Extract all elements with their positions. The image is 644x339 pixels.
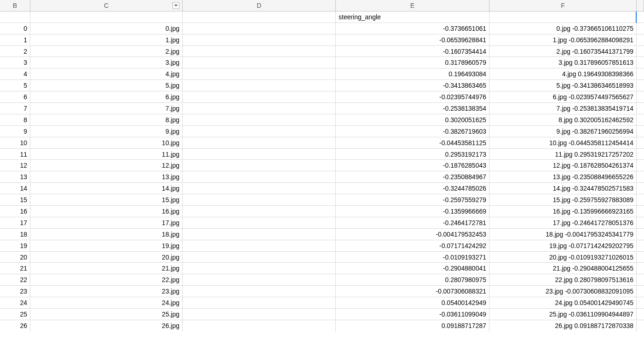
cell-F[interactable]: 9.jpg -0.382671960256994 — [489, 126, 637, 137]
cell-F[interactable]: 0.jpg -0.373665106110275 — [489, 23, 637, 34]
cell-C[interactable]: 25.jpg — [30, 309, 183, 320]
cell-D[interactable] — [183, 309, 336, 320]
cell-D[interactable] — [183, 274, 336, 286]
cell-B[interactable]: 13 — [0, 171, 30, 183]
cell-D[interactable] — [183, 263, 336, 274]
cell-E[interactable]: -0.3413863465 — [336, 80, 489, 91]
cell-E[interactable]: -0.2904880041 — [336, 263, 489, 274]
cell-E[interactable]: -0.2597559279 — [336, 194, 489, 206]
cell-E[interactable]: steering_angle — [336, 11, 489, 23]
cell-C[interactable]: 13.jpg — [30, 171, 183, 183]
cell-E[interactable]: -0.1607354414 — [336, 46, 489, 57]
cell-E[interactable]: -0.2538138354 — [336, 103, 489, 114]
cell-D[interactable] — [183, 194, 336, 206]
cell-F[interactable]: 26.jpg 0.091887172870338 — [489, 320, 637, 332]
cell-B[interactable] — [0, 11, 30, 23]
column-header-E[interactable]: E — [336, 0, 489, 11]
column-header-F[interactable]: F — [489, 0, 637, 11]
cell-D[interactable] — [183, 149, 336, 160]
cell-B[interactable]: 22 — [0, 274, 30, 286]
cell-F[interactable]: 20.jpg -0.0109193271026015 — [489, 252, 637, 263]
cell-E[interactable]: 0.196493084 — [336, 68, 489, 80]
cell-F[interactable]: 12.jpg -0.187628504261374 — [489, 160, 637, 171]
cell-F[interactable]: 13.jpg -0.235088496655226 — [489, 171, 637, 183]
column-header-B[interactable]: B — [0, 0, 30, 11]
cell-E[interactable]: -0.04453581125 — [336, 137, 489, 149]
cell-F[interactable]: 8.jpg 0.302005162462592 — [489, 114, 637, 126]
cell-B[interactable]: 0 — [0, 23, 30, 34]
cell-F[interactable]: 19.jpg -0.0717142429202795 — [489, 240, 637, 252]
cell-B[interactable]: 21 — [0, 263, 30, 274]
cell-C[interactable]: 20.jpg — [30, 252, 183, 263]
cell-D[interactable] — [183, 171, 336, 183]
cell-C[interactable]: 6.jpg — [30, 91, 183, 103]
cell-C[interactable]: 14.jpg — [30, 183, 183, 194]
cell-F[interactable]: 4.jpg 0.19649308398366 — [489, 68, 637, 80]
cell-E[interactable]: -0.3244785026 — [336, 183, 489, 194]
cell-E[interactable]: -0.02395744976 — [336, 91, 489, 103]
cell-D[interactable] — [183, 80, 336, 91]
cell-C[interactable]: 4.jpg — [30, 68, 183, 80]
cell-D[interactable] — [183, 103, 336, 114]
column-header-D[interactable]: D — [183, 0, 336, 11]
cell-D[interactable] — [183, 126, 336, 137]
cell-C[interactable]: 26.jpg — [30, 320, 183, 332]
cell-F[interactable]: 7.jpg -0.253813835419714 — [489, 103, 637, 114]
cell-B[interactable]: 20 — [0, 252, 30, 263]
cell-B[interactable]: 4 — [0, 68, 30, 80]
cell-F[interactable]: 1.jpg -0.0653962884098291 — [489, 34, 637, 46]
cell-E[interactable]: 0.3020051625 — [336, 114, 489, 126]
cell-C[interactable]: 21.jpg — [30, 263, 183, 274]
cell-B[interactable]: 14 — [0, 183, 30, 194]
cell-D[interactable] — [183, 46, 336, 57]
cell-B[interactable]: 16 — [0, 206, 30, 217]
filter-dropdown-icon[interactable] — [172, 2, 179, 9]
cell-E[interactable]: 0.2953192173 — [336, 149, 489, 160]
cell-B[interactable]: 17 — [0, 217, 30, 229]
cell-B[interactable]: 18 — [0, 229, 30, 240]
cell-C[interactable]: 11.jpg — [30, 149, 183, 160]
cell-D[interactable] — [183, 229, 336, 240]
cell-C[interactable]: 17.jpg — [30, 217, 183, 229]
cell-D[interactable] — [183, 217, 336, 229]
cell-B[interactable]: 2 — [0, 46, 30, 57]
cell-C[interactable]: 9.jpg — [30, 126, 183, 137]
cell-F[interactable]: 15.jpg -0.259755927883089 — [489, 194, 637, 206]
cell-F[interactable]: 6.jpg -0.0239574497565627 — [489, 91, 637, 103]
cell-F[interactable]: 25.jpg -0.0361109904944897 — [489, 309, 637, 320]
cell-F[interactable]: 24.jpg 0.054001429490745 — [489, 297, 637, 309]
cell-D[interactable] — [183, 34, 336, 46]
cell-D[interactable] — [183, 91, 336, 103]
cell-C[interactable]: 3.jpg — [30, 57, 183, 68]
cell-C[interactable]: 7.jpg — [30, 103, 183, 114]
cell-E[interactable]: -0.1359966669 — [336, 206, 489, 217]
cell-F[interactable]: 18.jpg -0.00417953245341779 — [489, 229, 637, 240]
cell-C[interactable]: 2.jpg — [30, 46, 183, 57]
cell-D[interactable] — [183, 206, 336, 217]
cell-D[interactable] — [183, 23, 336, 34]
cell-C[interactable]: 5.jpg — [30, 80, 183, 91]
cell-F[interactable]: 17.jpg -0.246417278051376 — [489, 217, 637, 229]
cell-E[interactable]: -0.2464172781 — [336, 217, 489, 229]
cell-D[interactable] — [183, 183, 336, 194]
cell-F[interactable]: 23.jpg -0.00730608832091095 — [489, 286, 637, 297]
cell-B[interactable]: 25 — [0, 309, 30, 320]
cell-D[interactable] — [183, 57, 336, 68]
cell-C[interactable]: 16.jpg — [30, 206, 183, 217]
cell-E[interactable]: -0.004179532453 — [336, 229, 489, 240]
cell-C[interactable]: 12.jpg — [30, 160, 183, 171]
cell-C[interactable]: 1.jpg — [30, 34, 183, 46]
cell-D[interactable] — [183, 240, 336, 252]
cell-B[interactable]: 26 — [0, 320, 30, 332]
cell-D[interactable] — [183, 320, 336, 332]
cell-E[interactable]: -0.1876285043 — [336, 160, 489, 171]
cell-E[interactable]: 0.09188717287 — [336, 320, 489, 332]
cell-E[interactable]: -0.07171424292 — [336, 240, 489, 252]
cell-B[interactable]: 6 — [0, 91, 30, 103]
cell-C[interactable]: 10.jpg — [30, 137, 183, 149]
cell-D[interactable] — [183, 114, 336, 126]
cell-B[interactable]: 9 — [0, 126, 30, 137]
cell-B[interactable]: 15 — [0, 194, 30, 206]
cell-C[interactable]: 0.jpg — [30, 23, 183, 34]
cell-B[interactable]: 8 — [0, 114, 30, 126]
